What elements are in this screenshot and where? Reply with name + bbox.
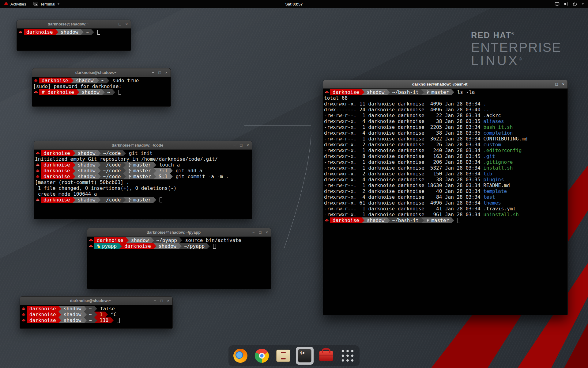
terminal-cursor — [119, 90, 121, 95]
window-title: darknoise@shadow:~/bash-it — [335, 82, 544, 86]
maximize-button[interactable]: □ — [159, 68, 161, 77]
close-button[interactable]: × — [247, 141, 249, 150]
titlebar[interactable]: darknoise@shadow:~ − □ × — [17, 20, 131, 29]
system-menu[interactable] — [551, 0, 588, 8]
terminal-text: -rwxrwxr-x. 1 darknoise darknoise 240 Ja… — [324, 148, 483, 153]
branch-icon — [128, 174, 132, 179]
maximize-button[interactable]: □ — [160, 297, 163, 305]
prompt-segment: ~/code — [101, 174, 123, 179]
prompt-segment: shadow — [61, 312, 84, 317]
minimize-button[interactable]: − — [549, 80, 551, 89]
clock[interactable]: Sat 03:57 — [0, 2, 588, 6]
terminal-line: darknoiseshadow~ sudo true — [33, 78, 170, 83]
powerline-arrow-icon — [421, 89, 424, 95]
terminal-line: -rwxrwxr-x. 1 darknoise darknoise 5327 J… — [324, 165, 567, 171]
prompt-segment: master — [126, 197, 153, 203]
terminal-line: drwxrwxr-x. 4 darknoise darknoise 84 Jan… — [324, 194, 567, 200]
terminal-line: Initialized empty Git repository in /hom… — [35, 156, 251, 162]
prompt-segment: master — [126, 162, 153, 168]
powerline-arrow-icon — [73, 150, 75, 156]
terminal-cursor — [97, 30, 100, 35]
terminal-content[interactable]: darknoiseshadow~/pyapp source bin/activa… — [87, 237, 271, 289]
dock-chrome[interactable] — [253, 347, 271, 365]
terminal-text: custom — [483, 142, 501, 148]
powerline-arrow-icon — [94, 317, 97, 323]
dock-terminal[interactable]: $> — [296, 347, 314, 365]
prompt-segment: darknoise — [330, 217, 362, 223]
powerline-arrow-icon — [58, 306, 61, 312]
terminal-text: git init — [126, 150, 153, 156]
powerline-arrow-icon — [96, 78, 99, 83]
titlebar[interactable]: darknoise@shadow:~/bash-it − □ × — [323, 80, 567, 89]
redhat-icon — [89, 237, 93, 243]
window-title: darknoise@shadow:~/pyapp — [100, 230, 248, 235]
prompt-segment: ~/code — [101, 168, 123, 174]
close-button[interactable]: × — [266, 228, 268, 237]
minimize-button[interactable]: − — [252, 228, 255, 237]
terminal-text — [156, 197, 159, 203]
minimize-button[interactable]: − — [152, 68, 154, 77]
terminal-text: 1 file changed, 0 insertions(+), 0 delet… — [35, 185, 176, 191]
powerline-arrow-icon — [123, 174, 126, 179]
close-button[interactable]: × — [562, 80, 564, 89]
minimize-button[interactable]: − — [112, 20, 115, 29]
titlebar[interactable]: darknoise@shadow:~/pyapp − □ × — [87, 228, 271, 237]
titlebar[interactable]: darknoise@shadow:~ − □ × — [20, 297, 172, 305]
terminal-content[interactable]: darknoiseshadow~/code git initInitialize… — [34, 150, 252, 219]
terminal-text: -rw-rw-r--. 1 darknoise darknoise 41 Jan… — [324, 206, 483, 212]
terminal-text: drwxrwxr-x. 4 darknoise darknoise 38 Jan… — [324, 118, 483, 124]
titlebar[interactable]: darknoise@shadow:~ − □ × — [32, 68, 171, 77]
powerline-arrow-icon — [94, 306, 97, 312]
redhat-icon — [325, 89, 329, 95]
terminal-text: sudo true — [109, 78, 139, 83]
branch-icon — [128, 169, 132, 173]
titlebar[interactable]: darknoise@shadow:~/code − □ × — [34, 141, 252, 150]
terminal-text: drwxrwxr-x. 8 darknoise darknoise 163 Ja… — [324, 153, 483, 159]
powerline-arrow-icon — [153, 174, 156, 179]
prompt-segment: darknoise — [41, 168, 73, 174]
dock-toolbox[interactable] — [317, 347, 335, 365]
terminal-line: pyappdarknoiseshadow~/pyapp — [88, 243, 270, 249]
terminal-line: darknoiseshadow~/bash-itmaster — [324, 217, 567, 223]
prompt-segment: shadow — [75, 168, 98, 174]
terminal-content[interactable]: darknoiseshadow~ falsedarknoiseshadow~1 … — [20, 305, 172, 328]
maximize-button[interactable]: □ — [119, 20, 121, 29]
terminal-text: Initialized empty Git repository in /hom… — [35, 156, 218, 162]
prompt-segment: darknoise — [41, 150, 73, 156]
app-menu-terminal[interactable]: Terminal — [30, 0, 64, 8]
maximize-button[interactable]: □ — [240, 141, 243, 150]
branding-red-hat: RED HAT® — [471, 31, 561, 40]
terminal-line: -rwxrwxr-x. 1 darknoise darknoise 206 Ja… — [324, 159, 567, 165]
dock-app-grid[interactable] — [339, 347, 356, 365]
terminal-line: darknoiseshadow~130 — [21, 317, 172, 323]
maximize-button[interactable]: □ — [556, 80, 558, 89]
terminal-line: darknoiseshadow~/codemasterS:1 git commi… — [35, 174, 251, 179]
prompt-segment: ~ — [105, 89, 113, 95]
prompt-segment: pyapp — [94, 243, 119, 249]
activities-button[interactable]: Activities — [0, 0, 30, 8]
prompt-segment: ~ — [87, 312, 95, 317]
prompt-segment: darknoise — [27, 312, 58, 317]
close-button[interactable]: × — [165, 68, 168, 77]
terminal-text: .gitignore — [483, 159, 513, 165]
volume-icon — [564, 2, 568, 6]
prompt-segment: ~/pyapp — [182, 243, 207, 249]
terminal-text — [115, 89, 118, 95]
terminal-line: drwxrwxr-x. 4 darknoise darknoise 38 Jan… — [324, 118, 567, 124]
prompt-segment: shadow — [61, 306, 84, 312]
prompt-segment: shadow — [75, 174, 98, 179]
prompt-segment: ~ — [99, 78, 107, 83]
terminal-content[interactable]: darknoiseshadow~ — [17, 29, 131, 51]
redhat-icon — [36, 162, 40, 168]
minimize-button[interactable]: − — [233, 141, 236, 150]
minimize-button[interactable]: − — [154, 297, 156, 305]
close-button[interactable]: × — [125, 20, 128, 29]
maximize-button[interactable]: □ — [259, 228, 262, 237]
close-button[interactable]: × — [167, 297, 169, 305]
branch-icon — [128, 198, 132, 202]
terminal-content[interactable]: darknoiseshadow~/bash-itmaster ls -latot… — [323, 89, 567, 315]
dock-firefox[interactable] — [232, 347, 249, 365]
dock-files[interactable] — [274, 347, 292, 365]
terminal-content[interactable]: darknoiseshadow~ sudo true[sudo] passwor… — [32, 77, 171, 106]
prompt-segment: darknoise — [41, 162, 73, 168]
